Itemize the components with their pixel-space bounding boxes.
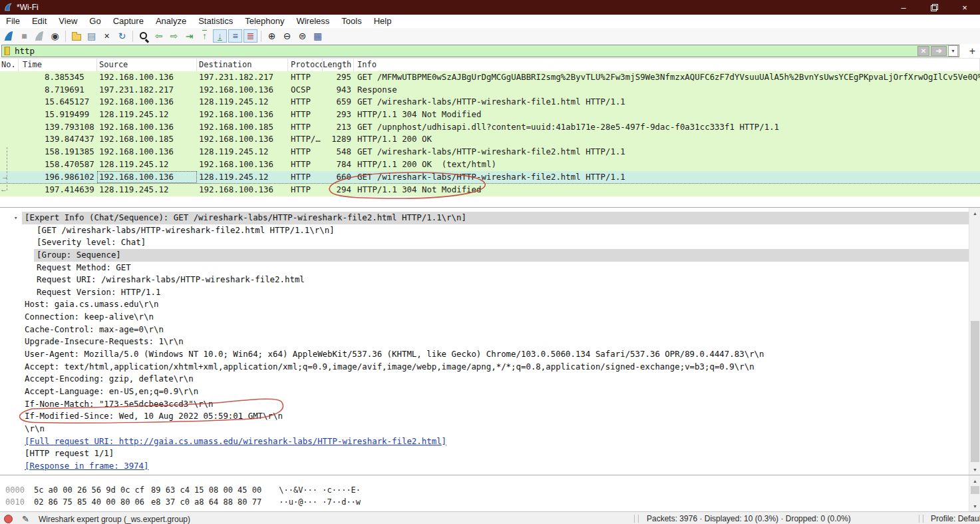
close-icon[interactable]: × [949, 0, 980, 15]
zoom-reset-icon[interactable]: ⊜ [295, 29, 309, 43]
go-to-packet-icon[interactable]: ⇥ [182, 29, 196, 43]
packet-row[interactable]: 139.793108192.168.100.136192.168.100.185… [0, 121, 980, 134]
column-header-source[interactable]: Source [97, 59, 197, 71]
packet-row[interactable]: 139.847437192.168.100.185192.168.100.136… [0, 133, 980, 146]
details-scroll-thumb[interactable] [971, 321, 979, 462]
detail-line[interactable]: Cache-Control: max-age=0\r\n [0, 324, 980, 336]
hex-row[interactable]: 001002 86 75 85 40 00 80 06e8 37 c0 a8 6… [0, 496, 980, 508]
detail-line[interactable]: Request URI: /wireshark-labs/HTTP-wiresh… [0, 274, 980, 286]
go-back-icon[interactable]: ⇦ [152, 29, 166, 43]
column-header-protocol[interactable]: Protocol [288, 59, 323, 71]
menu-item-wireless[interactable]: Wireless [290, 15, 335, 28]
detail-line[interactable]: Host: gaia.cs.umass.edu\r\n [0, 298, 980, 311]
menu-item-analyze[interactable]: Analyze [150, 15, 192, 28]
hex-bytes: 5c a0 00 26 56 9d 0c cf [34, 485, 144, 495]
bytes-scrollbar[interactable]: ▲ ▼ [969, 475, 980, 511]
scroll-down-icon[interactable]: ▼ [969, 501, 980, 511]
expert-info-icon[interactable] [4, 515, 13, 523]
go-to-top-icon[interactable]: ↑ [198, 29, 212, 43]
column-header-info[interactable]: Info [354, 59, 980, 71]
menu-item-file[interactable]: File [0, 15, 26, 28]
start-capture-icon[interactable] [2, 29, 16, 43]
cell-time: 139.793108 [19, 121, 97, 134]
menu-item-edit[interactable]: Edit [26, 15, 53, 28]
cell-destination: 192.168.100.136 [197, 158, 288, 171]
detail-line[interactable]: Upgrade-Insecure-Requests: 1\r\n [0, 336, 980, 348]
detail-line[interactable]: [HTTP request 1/1] [0, 447, 980, 460]
filter-dropdown-icon[interactable]: ▾ [948, 45, 958, 57]
detail-line[interactable]: [GET /wireshark-labs/HTTP-wireshark-file… [0, 224, 980, 237]
detail-line[interactable]: User-Agent: Mozilla/5.0 (Windows NT 10.0… [0, 348, 980, 361]
filter-apply-icon[interactable]: ➔ [931, 46, 947, 56]
detail-line[interactable]: If-None-Match: "173-5e5dcbee3ccd3"\r\n [0, 398, 980, 411]
detail-line[interactable]: [Response in frame: 3974] [0, 460, 980, 473]
zoom-in-icon[interactable]: ⊕ [265, 29, 279, 43]
menu-item-view[interactable]: View [53, 15, 83, 28]
filter-bookmark-icon[interactable] [4, 47, 10, 55]
menu-item-go[interactable]: Go [83, 15, 106, 28]
detail-line[interactable]: Accept-Language: en-US,en;q=0.9\r\n [0, 386, 980, 398]
display-filter-input[interactable]: http ✕ ➔ ▾ [1, 45, 959, 57]
restore-icon[interactable] [919, 0, 949, 15]
go-forward-icon[interactable]: ⇨ [167, 29, 181, 43]
capture-options-icon[interactable]: ◉ [48, 29, 62, 43]
auto-scroll-icon[interactable]: ≡ [228, 29, 242, 43]
hex-row[interactable]: 00005c a0 00 26 56 9d 0c cf89 63 c4 15 0… [0, 484, 980, 496]
detail-line[interactable]: Accept-Encoding: gzip, deflate\r\n [0, 373, 980, 386]
cell-length: 213 [323, 121, 354, 134]
stop-capture-icon[interactable]: ■ [17, 29, 31, 43]
packet-row[interactable]: 197.414639128.119.245.12192.168.100.136H… [0, 184, 980, 196]
find-packet-icon[interactable] [136, 29, 150, 43]
packet-row[interactable]: 158.191385192.168.100.136128.119.245.12H… [0, 146, 980, 158]
column-header-time[interactable]: Time [19, 59, 97, 71]
reload-capture-file-icon[interactable]: ↻ [115, 29, 129, 43]
save-capture-file-icon[interactable]: ▤ [84, 29, 98, 43]
column-header-no[interactable]: No. [0, 59, 19, 71]
packet-row[interactable]: 15.919499128.119.245.12192.168.100.136HT… [0, 109, 980, 121]
packet-row[interactable]: 8.719691197.231.182.217192.168.100.136OC… [0, 84, 980, 97]
detail-line[interactable]: [Full request URI: http://gaia.cs.umass.… [0, 435, 980, 448]
hex-ascii: ··u·@··· ·7··d··w [279, 497, 361, 507]
zoom-out-icon[interactable]: ⊖ [280, 29, 294, 43]
scroll-down-icon[interactable]: ▼ [969, 464, 980, 475]
packet-row[interactable]: 15.645127192.168.100.136128.119.245.12HT… [0, 96, 980, 109]
column-header-length[interactable]: Length [323, 59, 354, 71]
go-to-bottom-icon[interactable]: ↓ [213, 29, 227, 43]
scroll-up-icon[interactable]: ▲ [969, 208, 980, 218]
menu-item-tools[interactable]: Tools [335, 15, 367, 28]
cell-source: 197.231.182.217 [97, 84, 197, 97]
open-capture-file-icon[interactable] [69, 29, 83, 43]
minimize-icon[interactable]: – [888, 0, 919, 15]
detail-line[interactable]: Connection: keep-alive\r\n [0, 311, 980, 324]
bytes-scroll-thumb[interactable] [971, 486, 979, 494]
close-capture-file-icon[interactable]: × [100, 29, 114, 43]
detail-line[interactable]: \r\n [0, 423, 980, 435]
details-scrollbar[interactable]: ▲ ▼ [969, 208, 980, 475]
packet-row[interactable]: 158.470587128.119.245.12192.168.100.136H… [0, 158, 980, 171]
detail-line[interactable]: Request Method: GET [0, 262, 980, 274]
detail-line[interactable]: Accept: text/html,application/xhtml+xml,… [0, 361, 980, 374]
collapse-arrow-icon[interactable]: ▾ [14, 212, 17, 224]
column-header-destination[interactable]: Destination [197, 59, 288, 71]
detail-line[interactable]: ▾[Expert Info (Chat/Sequence): GET /wire… [22, 212, 980, 224]
scroll-up-icon[interactable]: ▲ [969, 475, 980, 486]
resize-columns-icon[interactable]: ▦ [311, 29, 325, 43]
menu-item-help[interactable]: Help [368, 15, 398, 28]
cell-length: 784 [323, 158, 354, 171]
packet-row[interactable]: 196.986102192.168.100.136128.119.245.12H… [0, 171, 980, 184]
colorize-packets-icon[interactable]: ≣ [244, 29, 257, 43]
restart-capture-icon[interactable] [33, 29, 47, 43]
menu-item-statistics[interactable]: Statistics [192, 15, 239, 28]
detail-line[interactable]: Request Version: HTTP/1.1 [0, 286, 980, 299]
cell-time: 8.719691 [19, 84, 97, 97]
filter-add-button[interactable]: + [969, 44, 975, 58]
menu-item-telephony[interactable]: Telephony [239, 15, 290, 28]
menu-item-capture[interactable]: Capture [107, 15, 150, 28]
detail-line[interactable]: If-Modified-Since: Wed, 10 Aug 2022 05:5… [0, 410, 980, 423]
detail-line[interactable]: [Severity level: Chat] [0, 236, 980, 249]
detail-line[interactable]: [Group: Sequence] [34, 249, 980, 262]
filter-clear-icon[interactable]: ✕ [917, 46, 929, 56]
capture-comment-icon[interactable]: ✎ [22, 514, 29, 524]
profile-text[interactable]: Profile: Default [931, 514, 980, 523]
packet-row[interactable]: 8.385345192.168.100.136197.231.182.217HT… [0, 71, 980, 84]
